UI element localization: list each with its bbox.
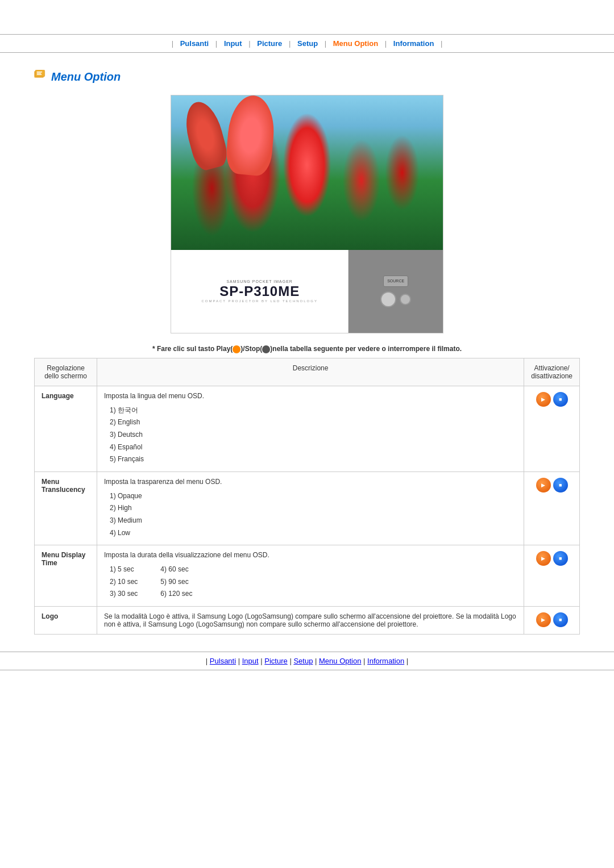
- projector-brand: SAMSUNG POCKET IMAGER: [226, 279, 293, 283]
- bottom-sep-6: |: [363, 657, 365, 665]
- stop-button-language[interactable]: [553, 392, 568, 407]
- play-button-logo[interactable]: [536, 612, 551, 627]
- projector-model: SP-P310ME: [219, 283, 300, 299]
- projector-right-panel: SOURCE: [349, 250, 443, 333]
- nav-link-picture[interactable]: Picture: [257, 39, 282, 48]
- bottom-sep-2: |: [238, 657, 240, 665]
- features-table: Regolazionedello schermo Descrizione Att…: [34, 358, 580, 635]
- translucency-options: 1) Opaque 2) High 3) Medium 4) Low: [110, 490, 517, 539]
- row-label-display-time: Menu DisplayTime: [35, 545, 97, 607]
- stop-button-logo[interactable]: [553, 612, 568, 627]
- bottom-sep-7: |: [406, 657, 408, 665]
- bottom-nav: | Pulsanti | Input | Picture | Setup | M…: [0, 652, 614, 670]
- stop-button-translucency[interactable]: [553, 478, 568, 493]
- nav-sep-3: |: [248, 39, 250, 48]
- nav-link-input[interactable]: Input: [224, 39, 242, 48]
- table-header-desc: Descrizione: [97, 358, 524, 386]
- bottom-nav-link-picture[interactable]: Picture: [264, 657, 287, 665]
- nav-link-setup[interactable]: Setup: [297, 39, 318, 48]
- projector-round-btn-1: [380, 291, 396, 307]
- row-buttons-logo: [524, 606, 580, 634]
- page-title: Menu Option: [51, 70, 121, 84]
- table-row-translucency: MenuTranslucency Imposta la trasparenza …: [35, 471, 580, 545]
- projector-round-btn-2: [400, 294, 411, 305]
- bottom-nav-link-input[interactable]: Input: [242, 657, 259, 665]
- projector-image: SAMSUNG POCKET IMAGER SP-P310ME COMPACT …: [171, 95, 443, 333]
- nav-sep-5: |: [325, 39, 326, 48]
- nav-sep-7: |: [441, 39, 442, 48]
- top-nav: | Pulsanti | Input | Picture | Setup | M…: [0, 34, 614, 53]
- play-button-display-time[interactable]: [536, 551, 551, 566]
- display-time-options: 1) 5 sec 2) 10 sec 3) 30 sec 4) 60 sec 5…: [110, 564, 517, 600]
- row-buttons-display-time: [524, 545, 580, 607]
- bottom-nav-link-information[interactable]: Information: [367, 657, 404, 665]
- row-label-translucency: MenuTranslucency: [35, 471, 97, 545]
- btn-pair-display-time: [531, 551, 572, 566]
- table-row-language: Language Imposta la lingua del menu OSD.…: [35, 386, 580, 471]
- table-header-right: Attivazione/disattivazione: [524, 358, 580, 386]
- row-buttons-language: [524, 386, 580, 471]
- row-buttons-translucency: [524, 471, 580, 545]
- row-label-logo: Logo: [35, 606, 97, 634]
- menu-option-icon: [34, 70, 51, 84]
- nav-sep-1: |: [172, 39, 173, 48]
- btn-pair-logo: [531, 612, 572, 627]
- table-header-left: Regolazionedello schermo: [35, 358, 97, 386]
- bottom-sep-4: |: [289, 657, 291, 665]
- play-icon: [233, 345, 240, 353]
- bottom-sep-5: |: [315, 657, 317, 665]
- projector-sub-text: COMPACT PROJECTOR BY LED TECHNOLOGY: [201, 299, 317, 303]
- projector-left-panel: SAMSUNG POCKET IMAGER SP-P310ME COMPACT …: [171, 250, 349, 333]
- bottom-sep-1: |: [206, 657, 208, 665]
- note-text: * Fare clic sul tasto Play()/Stop()nella…: [34, 345, 580, 353]
- nav-sep-4: |: [289, 39, 291, 48]
- play-button-language[interactable]: [536, 392, 551, 407]
- nav-sep-6: |: [385, 39, 387, 48]
- nav-link-information[interactable]: Information: [393, 39, 434, 48]
- nav-link-menu-option[interactable]: Menu Option: [333, 39, 378, 48]
- table-row-logo: Logo Se la modalità Logo è attiva, il Sa…: [35, 606, 580, 634]
- stop-icon: [262, 345, 270, 353]
- projector-control-buttons: [380, 291, 411, 307]
- bottom-nav-link-setup[interactable]: Setup: [293, 657, 313, 665]
- page-header: Menu Option: [0, 64, 614, 89]
- play-button-translucency[interactable]: [536, 478, 551, 493]
- row-desc-language: Imposta la lingua del menu OSD. 1) 한국어 2…: [97, 386, 524, 471]
- projector-image-area: SAMSUNG POCKET IMAGER SP-P310ME COMPACT …: [34, 95, 580, 333]
- table-row-display-time: Menu DisplayTime Imposta la durata della…: [35, 545, 580, 607]
- nav-sep-2: |: [215, 39, 217, 48]
- tulip-photo: [171, 95, 443, 250]
- btn-pair-translucency: [531, 478, 572, 493]
- bottom-nav-link-pulsanti[interactable]: Pulsanti: [210, 657, 236, 665]
- bottom-nav-link-menu-option[interactable]: Menu Option: [319, 657, 361, 665]
- row-desc-translucency: Imposta la trasparenza del menu OSD. 1) …: [97, 471, 524, 545]
- projector-device: SAMSUNG POCKET IMAGER SP-P310ME COMPACT …: [171, 250, 443, 333]
- source-button: SOURCE: [383, 276, 408, 287]
- bottom-sep-3: |: [260, 657, 262, 665]
- nav-link-pulsanti[interactable]: Pulsanti: [180, 39, 209, 48]
- row-desc-logo: Se la modalità Logo è attiva, il Samsung…: [97, 606, 524, 634]
- language-options: 1) 한국어 2) English 3) Deutsch 4) Español …: [110, 404, 517, 466]
- btn-pair-language: [531, 392, 572, 407]
- row-desc-display-time: Imposta la durata della visualizzazione …: [97, 545, 524, 607]
- stop-button-display-time[interactable]: [553, 551, 568, 566]
- row-label-language: Language: [35, 386, 97, 471]
